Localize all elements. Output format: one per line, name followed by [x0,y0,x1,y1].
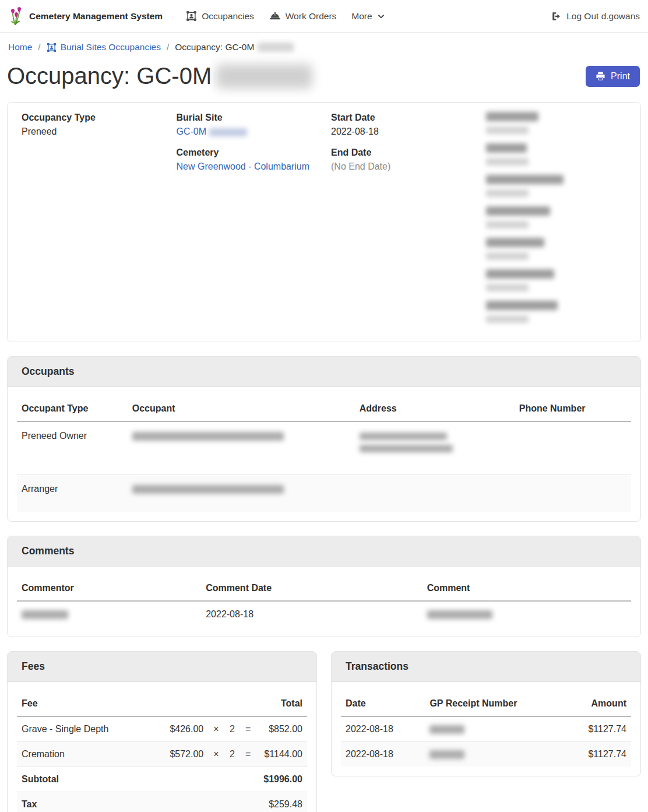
table-row: 2022-08-18 [17,601,631,627]
redacted-label [486,238,544,247]
page-title: Occupancy: GC-0M [7,63,312,89]
app-brand[interactable]: Cemetery Management System [8,6,163,26]
column-header-total: Total [256,691,307,716]
occupants-table: Occupant Type Occupant Address Phone Num… [17,396,631,512]
top-navbar: Cemetery Management System Occupancies [0,0,648,33]
comments-card-title: Comments [8,536,640,567]
breadcrumb-separator: / [38,42,40,52]
breadcrumb-current: Occupancy: GC-0M [175,42,294,52]
redacted-detail-field [486,112,627,134]
column-header-fee: Fee [17,691,161,716]
occupants-card-title: Occupants [8,357,640,387]
fee-row: Grave - Single Depth$426.00×2=$852.00 [17,716,307,742]
redacted-value [486,315,529,323]
redacted-detail-field [486,301,627,323]
comments-card: Comments Commentor Comment Date Comment … [7,536,641,637]
transactions-table: Date GP Receipt Number Amount 2022-08-18… [341,691,631,767]
nav-more[interactable]: More [351,11,385,22]
cemetery-field: Cemetery New Greenwood - Columbarium [177,147,318,173]
hard-hat-icon [269,11,281,22]
redacted-label [486,175,564,184]
burial-site-link[interactable]: GC-0M [177,126,207,136]
end-date-label: End Date [331,147,472,159]
nav-work-orders-label: Work Orders [286,11,337,22]
redacted-label [486,269,554,279]
fees-table: Fee Total Grave - Single Depth$426.00×2=… [17,691,307,812]
details-column-3: Start Date 2022-08-18 End Date (No End D… [331,112,472,332]
redacted-text [216,64,312,89]
cemetery-link[interactable]: New Greenwood - Columbarium [177,161,310,171]
redacted-value [486,221,529,229]
transactions-card: Transactions Date GP Receipt Number Amou… [331,651,641,776]
app-title: Cemetery Management System [29,11,163,22]
details-column-2: Burial Site GC-0M Cemetery New Greenwood… [177,112,318,332]
column-header-comment: Comment [422,576,631,601]
column-header-amount: Amount [558,691,631,716]
column-header-date: Date [341,691,425,716]
redacted-detail-field [486,269,627,291]
redacted-label [486,112,538,121]
table-row: Preneed Owner [17,421,631,475]
redacted-text [429,725,464,734]
fees-card-title: Fees [8,652,316,682]
sign-out-icon [551,11,562,22]
column-header-occupant: Occupant [128,396,355,421]
occupants-card: Occupants Occupant Type Occupant Address… [7,356,641,522]
print-button[interactable]: Print [586,66,640,87]
redacted-value [486,284,529,291]
redacted-text [132,432,284,441]
start-date-field: Start Date 2022-08-18 [331,112,472,138]
redacted-value [486,158,529,166]
redacted-detail-field [486,206,627,229]
bottom-row: Fees Fee Total Grave - Single Depth$426.… [7,651,641,812]
nav-more-label: More [351,11,372,22]
redacted-label [486,206,550,216]
redacted-text [427,610,492,619]
logout-link[interactable]: Log Out d.gowans [551,11,640,22]
start-date-label: Start Date [331,112,472,124]
redacted-value [486,126,529,134]
end-date-field: End Date (No End Date) [331,147,472,173]
column-header-occupant-type: Occupant Type [17,396,128,421]
details-column-1: Occupancy Type Preneed [22,112,163,332]
occupancies-icon [186,10,197,22]
breadcrumb-separator: / [167,42,169,52]
column-header-commentor: Commentor [17,576,201,601]
breadcrumb-burial-sites-occupancies[interactable]: Burial Sites Occupancies [47,42,161,52]
print-button-label: Print [611,71,630,82]
fee-row: Cremation$572.00×2=$1144.00 [17,742,307,767]
comments-table: Commentor Comment Date Comment 2022-08-1… [17,576,631,627]
fee-summary-row: Tax$259.48 [17,792,307,812]
redacted-text [209,128,247,136]
redacted-text [22,610,68,619]
end-date-value: (No End Date) [331,161,472,173]
occupancies-icon [47,43,57,52]
table-row: 2022-08-18$1127.74 [341,716,631,742]
occupancy-type-label: Occupancy Type [22,112,163,124]
nav-occupancies-label: Occupancies [202,11,254,22]
redacted-text [429,750,464,759]
fees-card: Fees Fee Total Grave - Single Depth$426.… [7,651,317,812]
details-column-4-redacted [486,112,627,332]
breadcrumb-section-label: Burial Sites Occupancies [61,42,161,52]
table-row: Arranger [17,475,631,512]
logout-label: Log Out d.gowans [566,11,640,22]
breadcrumb-home[interactable]: Home [8,42,32,52]
fee-summary-row: Subtotal$1996.00 [17,767,307,792]
breadcrumb: Home / Burial Sites Occupancies / Occupa… [0,33,648,61]
redacted-label [486,143,527,153]
redacted-text [258,43,294,52]
nav-occupancies[interactable]: Occupancies [186,10,254,22]
column-header-phone-number: Phone Number [515,396,631,421]
transactions-card-title: Transactions [332,652,640,682]
redacted-label [486,301,558,310]
table-row: 2022-08-18$1127.74 [341,742,631,767]
redacted-detail-field [486,175,627,197]
redacted-text [132,485,284,494]
start-date-value: 2022-08-18 [331,126,472,138]
occupancy-type-field: Occupancy Type Preneed [22,112,163,138]
nav-work-orders[interactable]: Work Orders [269,11,337,22]
chevron-down-icon [377,12,385,20]
column-header-address: Address [355,396,515,421]
occupancy-details-card: Occupancy Type Preneed Burial Site GC-0M… [7,102,641,342]
